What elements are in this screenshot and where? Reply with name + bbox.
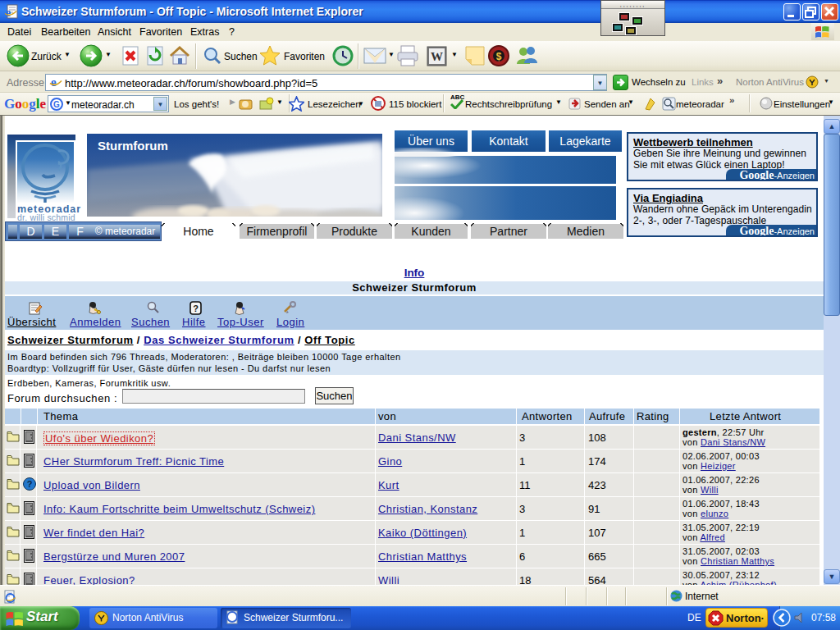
svg-text:W: W	[431, 50, 443, 63]
svg-text:?: ?	[27, 479, 33, 489]
svg-text:e: e	[6, 7, 11, 19]
svg-text:$: $	[496, 51, 502, 62]
svg-text:?: ?	[193, 304, 199, 313]
svg-text:e: e	[51, 75, 57, 89]
svg-text:G: G	[53, 100, 60, 109]
